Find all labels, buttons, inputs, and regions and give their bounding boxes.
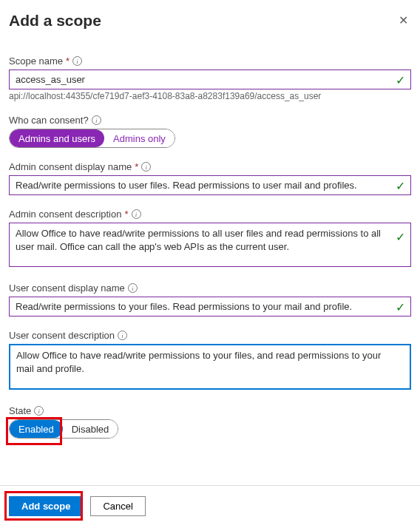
state-option-disabled[interactable]: Disabled bbox=[63, 420, 118, 438]
state-label: State bbox=[9, 405, 31, 416]
info-icon[interactable]: i bbox=[141, 162, 151, 172]
scope-uri-preview: api://localhost:44355/cfe719d7-aef3-4108… bbox=[9, 91, 411, 101]
info-icon[interactable]: i bbox=[118, 331, 127, 340]
required-marker: * bbox=[66, 55, 70, 67]
user-display-name-input[interactable] bbox=[9, 297, 411, 317]
user-description-input[interactable]: Allow Office to have read/write permissi… bbox=[9, 344, 411, 390]
admin-description-input[interactable]: Allow Office to have read/write permissi… bbox=[9, 223, 411, 267]
user-display-name-label: User consent display name bbox=[9, 282, 125, 294]
scope-name-input[interactable] bbox=[9, 70, 411, 89]
add-scope-button[interactable]: Add scope bbox=[9, 496, 83, 516]
info-icon[interactable]: i bbox=[34, 406, 44, 416]
admin-description-label: Admin consent description bbox=[9, 209, 121, 220]
required-marker: * bbox=[124, 209, 128, 220]
user-description-label: User consent description bbox=[9, 330, 115, 341]
who-can-consent-label: Who can consent? bbox=[9, 115, 89, 126]
scope-name-label: Scope name bbox=[9, 55, 63, 67]
consent-option-admins-only[interactable]: Admins only bbox=[104, 129, 175, 147]
state-toggle[interactable]: Enabled Disabled bbox=[9, 419, 118, 439]
cancel-button[interactable]: Cancel bbox=[90, 496, 145, 516]
info-icon[interactable]: i bbox=[128, 283, 138, 293]
admin-display-name-input[interactable] bbox=[9, 175, 411, 195]
panel-title: Add a scope bbox=[9, 12, 101, 30]
required-marker: * bbox=[135, 161, 138, 172]
info-icon[interactable]: i bbox=[72, 56, 82, 66]
admin-display-name-label: Admin consent display name bbox=[9, 161, 132, 172]
info-icon[interactable]: i bbox=[132, 209, 141, 219]
close-icon[interactable]: ✕ bbox=[396, 10, 411, 30]
info-icon[interactable]: i bbox=[92, 115, 101, 125]
state-option-enabled[interactable]: Enabled bbox=[10, 420, 63, 438]
who-can-consent-toggle[interactable]: Admins and users Admins only bbox=[9, 129, 175, 148]
consent-option-admins-and-users[interactable]: Admins and users bbox=[10, 129, 104, 147]
